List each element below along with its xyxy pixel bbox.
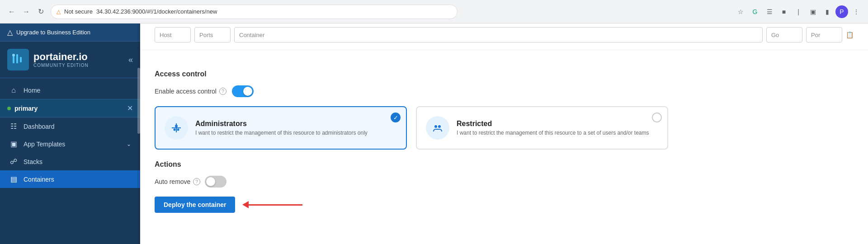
toggle-track-on (232, 85, 254, 97)
templates-icon: ▣ (9, 140, 18, 148)
access-control-section: Access control Enable access control ? (155, 70, 668, 150)
administrators-icon (165, 116, 188, 140)
ports-field-partial[interactable]: Ports (194, 27, 231, 42)
main-content: Host Ports Container Go Por 📋 Access con… (140, 23, 868, 244)
sidebar-item-containers[interactable]: ▤ Containers (0, 170, 140, 188)
browser-chrome: ← → ↻ △ Not secure 34.30.42.236:9000/#!/… (0, 0, 868, 23)
restricted-desc: I want to restrict the management of thi… (457, 130, 649, 136)
auto-remove-label: Auto remove ? (155, 178, 200, 185)
menu-button[interactable]: ⋮ (850, 5, 863, 18)
access-control-toggle[interactable] (232, 85, 254, 97)
address-bar[interactable]: △ Not secure 34.30.42.236:9000/#!/1/dock… (51, 5, 458, 19)
upgrade-icon: △ (7, 28, 13, 37)
svg-rect-2 (20, 57, 22, 62)
administrators-selected-check: ✓ (391, 113, 401, 122)
url-text: 34.30.42.236:9000/#!/1/docker/containers… (96, 8, 217, 15)
separator1: | (792, 5, 805, 18)
sidebar-item-dashboard-label: Dashboard (24, 123, 131, 130)
sidebar: △ Upgrade to Business Edition portainer.… (0, 23, 140, 244)
sidebar-item-app-templates-label: App Templates (24, 141, 121, 148)
auto-remove-toggle[interactable] (205, 176, 226, 188)
sidebar-item-home[interactable]: ⌂ Home (0, 82, 140, 99)
endpoint-section: primary ✕ (0, 99, 140, 117)
svg-point-9 (177, 129, 179, 131)
sidebar-item-containers-label: Containers (24, 176, 131, 183)
svg-point-10 (431, 122, 444, 134)
auto-remove-toggle-thumb (206, 177, 215, 186)
chevron-down-icon: ⌄ (127, 141, 131, 147)
auto-remove-help-icon[interactable]: ? (193, 178, 200, 185)
nav-section: ⌂ Home primary ✕ ☷ Dashboard ▣ App Templ… (0, 78, 140, 244)
arrow-line (248, 204, 302, 206)
access-control-title: Access control (155, 70, 668, 78)
logo-name: portainer.io (33, 51, 89, 63)
logo-section: portainer.io COMMUNITY EDITION « (0, 42, 140, 78)
sidebar-item-stacks-label: Stacks (24, 158, 131, 165)
go-field-partial[interactable]: Go (766, 27, 802, 42)
deploy-container-button[interactable]: Deploy the container (155, 197, 235, 213)
restricted-card[interactable]: Restricted I want to restrict the manage… (416, 106, 668, 150)
svg-point-8 (174, 129, 176, 131)
upgrade-banner[interactable]: △ Upgrade to Business Edition (0, 23, 140, 42)
access-control-help-icon[interactable]: ? (219, 88, 226, 95)
cast-button[interactable]: ▣ (807, 5, 819, 18)
restricted-icon (426, 116, 449, 140)
administrators-desc: I want to restrict the management of thi… (195, 130, 368, 136)
content-body: Access control Enable access control ? (140, 50, 683, 224)
reload-button[interactable]: ↻ (34, 5, 47, 18)
arrow-annotation (242, 201, 302, 208)
sidebar-item-app-templates[interactable]: ▣ App Templates ⌄ (0, 135, 140, 153)
restricted-radio (652, 113, 662, 122)
svg-point-7 (175, 125, 178, 127)
actions-title: Actions (155, 160, 668, 169)
access-control-toggle-row: Enable access control ? (155, 85, 668, 97)
host-field-partial[interactable]: Host (155, 27, 191, 42)
logo-edition: COMMUNITY EDITION (33, 63, 89, 68)
dashboard-icon: ☷ (9, 122, 18, 131)
administrators-title: Administrators (195, 120, 368, 128)
logo-icon (7, 49, 29, 70)
sidebar-item-dashboard[interactable]: ☷ Dashboard (0, 117, 140, 135)
actions-section: Actions Auto remove ? Deploy the contain… (155, 160, 668, 213)
por-field-partial[interactable]: Por (806, 27, 842, 42)
copy-icon-partial: 📋 (846, 31, 854, 38)
upgrade-label: Upgrade to Business Edition (16, 29, 90, 36)
toggle-thumb (243, 87, 252, 96)
role-cards-container: Administrators I want to restrict the ma… (155, 106, 668, 150)
stacks-icon: ☍ (9, 157, 18, 166)
sidebar-item-home-label: Home (24, 87, 131, 94)
administrators-card[interactable]: Administrators I want to restrict the ma… (155, 106, 407, 150)
puzzle-button[interactable]: ■ (778, 5, 790, 18)
partial-top-row: Host Ports Container Go Por 📋 (140, 23, 868, 50)
collapse-sidebar-button[interactable]: « (128, 55, 133, 65)
auto-remove-row: Auto remove ? (155, 176, 668, 188)
enable-access-control-label: Enable access control ? (155, 88, 226, 95)
auto-remove-toggle-track (205, 176, 226, 188)
forward-button[interactable]: → (20, 5, 33, 18)
container-field-partial[interactable]: Container (234, 27, 763, 42)
back-button[interactable]: ← (5, 5, 18, 18)
sidebar-item-stacks[interactable]: ☍ Stacks (0, 153, 140, 170)
endpoint-status-dot (7, 107, 11, 110)
deploy-row: Deploy the container (155, 197, 668, 213)
endpoint-name: primary (14, 105, 38, 112)
svg-rect-0 (13, 56, 14, 63)
extensions-button[interactable]: ☰ (763, 5, 776, 18)
profile-button[interactable]: P (835, 5, 848, 18)
containers-icon: ▤ (9, 175, 18, 183)
svg-rect-1 (16, 54, 18, 63)
grammarly-button[interactable]: G (749, 5, 761, 18)
svg-point-11 (434, 125, 437, 128)
restricted-card-body: Restricted I want to restrict the manage… (457, 120, 649, 136)
endpoint-close-button[interactable]: ✕ (127, 104, 133, 113)
security-warning-icon: △ (57, 9, 61, 15)
svg-point-12 (438, 125, 441, 128)
home-icon: ⌂ (9, 86, 18, 94)
restricted-title: Restricted (457, 120, 649, 128)
bookmark-button[interactable]: ☆ (734, 5, 747, 18)
svg-point-3 (12, 54, 15, 56)
arrow-head (242, 201, 249, 208)
security-label: Not secure (64, 8, 93, 15)
administrators-card-body: Administrators I want to restrict the ma… (195, 120, 368, 136)
sidebar-button[interactable]: ▮ (821, 5, 834, 18)
